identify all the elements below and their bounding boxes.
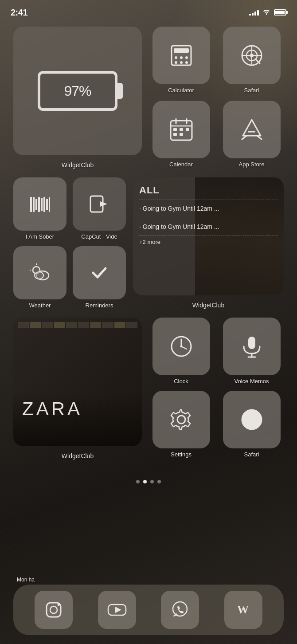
youtube-icon[interactable] xyxy=(98,591,136,629)
status-icons xyxy=(249,8,286,16)
weather-icon[interactable] xyxy=(13,246,66,299)
dock-partial-label: Mon ha xyxy=(17,577,35,583)
svg-text:W: W xyxy=(237,603,249,616)
calendar-event-1: · Going to Gym Until 12am ... xyxy=(139,203,277,215)
battery-widget-card[interactable]: 97% xyxy=(13,27,142,155)
whatsapp-icon[interactable] xyxy=(161,591,199,629)
page-dot-1[interactable] xyxy=(136,480,140,483)
reminders-label: Reminders xyxy=(86,302,113,309)
calendar-app[interactable]: Calendar xyxy=(149,101,213,169)
calculator-icon[interactable] xyxy=(152,27,210,84)
dock-instagram[interactable] xyxy=(35,591,73,629)
clock-icon[interactable] xyxy=(152,318,210,375)
svg-rect-30 xyxy=(41,198,43,211)
small-app-grid-top: I Am Sober CapCut - Vide xyxy=(13,177,126,240)
appstore-app[interactable]: App Store xyxy=(219,101,284,169)
svg-rect-1 xyxy=(174,48,189,53)
calendar-divider-2 xyxy=(139,218,277,218)
capcut-app[interactable]: CapCut - Vide xyxy=(73,177,126,240)
svg-rect-26 xyxy=(30,197,32,212)
safari1-icon[interactable] xyxy=(223,27,281,84)
svg-point-45 xyxy=(180,346,182,348)
row-2: I Am Sober CapCut - Vide xyxy=(13,177,284,309)
calendar-widget-content: ALL · Going to Gym Until 12am ... · Goin… xyxy=(133,177,284,295)
zara-widget-container[interactable]: ZARA WidgetClub xyxy=(13,318,142,459)
status-bar: 2:41 xyxy=(0,0,297,22)
settings-icon[interactable] xyxy=(152,391,210,448)
calendar-widget-title: ALL xyxy=(139,185,277,196)
voicememos-icon[interactable] xyxy=(223,318,281,375)
svg-point-60 xyxy=(173,602,187,616)
safari2-icon[interactable] xyxy=(223,391,281,448)
settings-app[interactable]: Settings xyxy=(149,391,213,458)
safari2-app[interactable]: Safari xyxy=(219,391,284,458)
status-time: 2:41 xyxy=(11,8,27,18)
iamsober-label: I Am Sober xyxy=(26,233,54,240)
svg-rect-32 xyxy=(46,199,48,210)
svg-point-3 xyxy=(180,56,183,59)
instagram-icon[interactable] xyxy=(35,591,73,629)
svg-rect-21 xyxy=(173,133,177,136)
top-right-app-grid: Calculator xyxy=(149,27,284,169)
settings-label: Settings xyxy=(171,451,191,458)
calendar-icon[interactable] xyxy=(152,101,210,158)
calculator-label: Calculator xyxy=(168,87,194,94)
calendar-widget-container[interactable]: ALL · Going to Gym Until 12am ... · Goin… xyxy=(133,177,284,309)
svg-rect-46 xyxy=(248,337,255,349)
calendar-widget-label: WidgetClub xyxy=(192,302,224,309)
dock: Mon ha xyxy=(13,585,284,635)
battery-display-container: 97% xyxy=(38,71,117,111)
svg-point-7 xyxy=(185,61,188,64)
page-dot-4[interactable] xyxy=(157,480,161,483)
safari1-label: Safari xyxy=(244,87,259,94)
zara-building-overlay xyxy=(13,318,142,446)
calendar-widget-card[interactable]: ALL · Going to Gym Until 12am ... · Goin… xyxy=(133,177,284,295)
svg-rect-31 xyxy=(43,197,45,212)
calendar-divider-1 xyxy=(139,200,277,200)
clock-app[interactable]: Clock xyxy=(149,318,213,385)
voicememos-label: Voice Memos xyxy=(234,378,269,385)
svg-rect-20 xyxy=(186,128,189,131)
dock-youtube[interactable] xyxy=(98,591,136,629)
battery-percentage: 97% xyxy=(64,83,91,99)
capcut-icon[interactable] xyxy=(73,177,126,231)
safari1-app[interactable]: Safari xyxy=(219,27,284,94)
battery-status-icon xyxy=(274,9,286,16)
zara-widget-card[interactable]: ZARA xyxy=(13,318,142,446)
appstore-icon[interactable] xyxy=(223,101,281,158)
clock-label: Clock xyxy=(174,378,188,385)
weather-app[interactable]: Weather xyxy=(13,246,66,309)
svg-point-4 xyxy=(185,56,188,59)
svg-point-56 xyxy=(50,606,57,613)
small-app-grid-bottom: Weather Reminders xyxy=(13,246,126,309)
battery-widget-label: WidgetClub xyxy=(62,161,94,169)
reminders-icon[interactable] xyxy=(73,246,126,299)
dock-wattpad[interactable]: W xyxy=(224,591,262,629)
home-grid: 97% WidgetClub xyxy=(0,22,297,473)
dock-whatsapp[interactable] xyxy=(161,591,199,629)
svg-rect-33 xyxy=(49,197,50,212)
svg-point-49 xyxy=(177,416,185,424)
voicememos-app[interactable]: Voice Memos xyxy=(219,318,284,385)
page-dot-2[interactable] xyxy=(143,480,147,483)
calculator-app[interactable]: Calculator xyxy=(149,27,213,94)
svg-marker-59 xyxy=(115,607,121,613)
row-3: ZARA WidgetClub xyxy=(13,318,284,459)
svg-rect-28 xyxy=(35,199,37,210)
svg-point-2 xyxy=(175,56,177,59)
svg-rect-29 xyxy=(38,197,40,212)
iamsober-app[interactable]: I Am Sober xyxy=(13,177,66,240)
wattpad-icon[interactable]: W xyxy=(224,591,262,629)
row-1: 97% WidgetClub xyxy=(13,27,284,169)
reminders-app[interactable]: Reminders xyxy=(73,246,126,309)
page-dot-3[interactable] xyxy=(150,480,154,483)
calendar-divider-3 xyxy=(139,236,277,236)
row-3-right-top: Clock Voice Memos xyxy=(149,318,284,385)
right-app-col: Clock Voice Memos xyxy=(149,318,284,458)
calendar-label: Calendar xyxy=(169,161,193,168)
iamsober-icon[interactable] xyxy=(13,177,66,231)
safari2-label: Safari xyxy=(244,451,259,458)
left-small-grid: I Am Sober CapCut - Vide xyxy=(13,177,126,309)
battery-widget[interactable]: 97% WidgetClub xyxy=(13,27,142,169)
svg-rect-18 xyxy=(173,128,177,131)
